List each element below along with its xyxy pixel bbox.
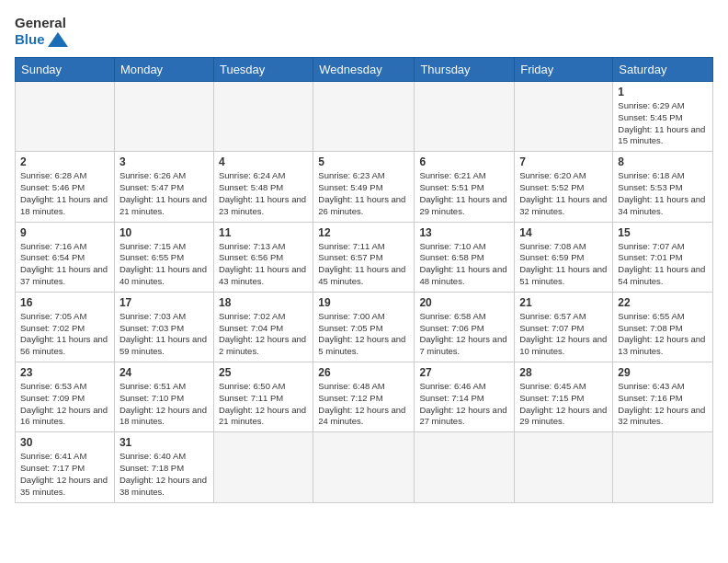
day-info: Sunrise: 6:57 AM Sunset: 7:07 PM Dayligh…: [519, 311, 608, 358]
day-info: Sunrise: 6:28 AM Sunset: 5:46 PM Dayligh…: [20, 170, 109, 217]
svg-marker-0: [48, 32, 68, 47]
calendar-day-cell: 16Sunrise: 7:05 AM Sunset: 7:02 PM Dayli…: [16, 292, 115, 362]
day-info: Sunrise: 6:45 AM Sunset: 7:15 PM Dayligh…: [519, 381, 608, 428]
day-number: 21: [519, 296, 608, 309]
day-number: 2: [20, 155, 109, 168]
day-number: 28: [519, 366, 608, 379]
day-number: 6: [419, 155, 509, 168]
weekday-header-tuesday: Tuesday: [213, 58, 313, 82]
day-info: Sunrise: 7:11 AM Sunset: 6:57 PM Dayligh…: [318, 241, 409, 288]
day-number: 5: [318, 155, 409, 168]
calendar-day-cell: 13Sunrise: 7:10 AM Sunset: 6:58 PM Dayli…: [415, 222, 515, 292]
calendar-day-cell: 29Sunrise: 6:43 AM Sunset: 7:16 PM Dayli…: [613, 362, 713, 432]
calendar-day-cell: 6Sunrise: 6:21 AM Sunset: 5:51 PM Daylig…: [415, 152, 515, 222]
day-info: Sunrise: 6:46 AM Sunset: 7:14 PM Dayligh…: [419, 381, 509, 428]
logo-blue: Blue: [15, 31, 45, 48]
day-number: 8: [618, 155, 708, 168]
weekday-header-monday: Monday: [114, 58, 213, 82]
calendar-week-row: 16Sunrise: 7:05 AM Sunset: 7:02 PM Dayli…: [16, 292, 713, 362]
day-info: Sunrise: 6:41 AM Sunset: 7:17 PM Dayligh…: [20, 451, 109, 498]
day-number: 19: [318, 296, 409, 309]
day-number: 14: [519, 226, 608, 239]
day-info: Sunrise: 6:48 AM Sunset: 7:12 PM Dayligh…: [318, 381, 409, 428]
calendar-week-row: 1Sunrise: 6:29 AM Sunset: 5:45 PM Daylig…: [16, 82, 713, 152]
calendar-day-cell: [114, 82, 213, 152]
calendar-day-cell: 10Sunrise: 7:15 AM Sunset: 6:55 PM Dayli…: [114, 222, 213, 292]
calendar-day-cell: [313, 82, 415, 152]
calendar-week-row: 23Sunrise: 6:53 AM Sunset: 7:09 PM Dayli…: [16, 362, 713, 432]
calendar-day-cell: 5Sunrise: 6:23 AM Sunset: 5:49 PM Daylig…: [313, 152, 415, 222]
day-info: Sunrise: 7:15 AM Sunset: 6:55 PM Dayligh…: [119, 241, 209, 288]
calendar-day-cell: 31Sunrise: 6:40 AM Sunset: 7:18 PM Dayli…: [114, 432, 213, 502]
day-info: Sunrise: 6:26 AM Sunset: 5:47 PM Dayligh…: [119, 170, 209, 217]
day-info: Sunrise: 6:18 AM Sunset: 5:53 PM Dayligh…: [618, 170, 708, 217]
day-number: 27: [419, 366, 509, 379]
day-number: 9: [20, 226, 109, 239]
calendar-day-cell: 11Sunrise: 7:13 AM Sunset: 6:56 PM Dayli…: [213, 222, 313, 292]
day-number: 11: [219, 226, 308, 239]
calendar-day-cell: 17Sunrise: 7:03 AM Sunset: 7:03 PM Dayli…: [114, 292, 213, 362]
calendar-day-cell: 28Sunrise: 6:45 AM Sunset: 7:15 PM Dayli…: [515, 362, 613, 432]
day-number: 1: [618, 86, 708, 98]
day-info: Sunrise: 6:43 AM Sunset: 7:16 PM Dayligh…: [618, 381, 708, 428]
calendar-day-cell: 7Sunrise: 6:20 AM Sunset: 5:52 PM Daylig…: [515, 152, 613, 222]
day-info: Sunrise: 6:55 AM Sunset: 7:08 PM Dayligh…: [618, 311, 708, 358]
day-info: Sunrise: 7:16 AM Sunset: 6:54 PM Dayligh…: [20, 241, 109, 288]
calendar-day-cell: [213, 432, 313, 502]
day-info: Sunrise: 7:13 AM Sunset: 6:56 PM Dayligh…: [219, 241, 308, 288]
day-number: 7: [519, 155, 608, 168]
calendar-day-cell: 22Sunrise: 6:55 AM Sunset: 7:08 PM Dayli…: [613, 292, 713, 362]
calendar-day-cell: [515, 432, 613, 502]
weekday-header-row: SundayMondayTuesdayWednesdayThursdayFrid…: [16, 58, 713, 82]
day-number: 18: [219, 296, 308, 309]
calendar-day-cell: 27Sunrise: 6:46 AM Sunset: 7:14 PM Dayli…: [415, 362, 515, 432]
calendar-day-cell: 25Sunrise: 6:50 AM Sunset: 7:11 PM Dayli…: [213, 362, 313, 432]
day-number: 10: [119, 226, 209, 239]
day-info: Sunrise: 7:00 AM Sunset: 7:05 PM Dayligh…: [318, 311, 409, 358]
calendar-table: SundayMondayTuesdayWednesdayThursdayFrid…: [15, 57, 713, 503]
calendar-day-cell: 8Sunrise: 6:18 AM Sunset: 5:53 PM Daylig…: [613, 152, 713, 222]
calendar-day-cell: 20Sunrise: 6:58 AM Sunset: 7:06 PM Dayli…: [415, 292, 515, 362]
weekday-header-saturday: Saturday: [613, 58, 713, 82]
day-info: Sunrise: 6:20 AM Sunset: 5:52 PM Dayligh…: [519, 170, 608, 217]
weekday-header-friday: Friday: [515, 58, 613, 82]
day-number: 23: [20, 366, 109, 379]
day-info: Sunrise: 6:50 AM Sunset: 7:11 PM Dayligh…: [219, 381, 308, 428]
calendar-day-cell: 4Sunrise: 6:24 AM Sunset: 5:48 PM Daylig…: [213, 152, 313, 222]
calendar-day-cell: 1Sunrise: 6:29 AM Sunset: 5:45 PM Daylig…: [613, 82, 713, 152]
day-info: Sunrise: 6:21 AM Sunset: 5:51 PM Dayligh…: [419, 170, 509, 217]
logo-triangle-icon: [48, 32, 68, 47]
calendar-day-cell: [213, 82, 313, 152]
calendar-day-cell: 30Sunrise: 6:41 AM Sunset: 7:17 PM Dayli…: [16, 432, 115, 502]
calendar-day-cell: 24Sunrise: 6:51 AM Sunset: 7:10 PM Dayli…: [114, 362, 213, 432]
day-info: Sunrise: 6:29 AM Sunset: 5:45 PM Dayligh…: [618, 100, 708, 147]
calendar-day-cell: 12Sunrise: 7:11 AM Sunset: 6:57 PM Dayli…: [313, 222, 415, 292]
day-info: Sunrise: 6:24 AM Sunset: 5:48 PM Dayligh…: [219, 170, 308, 217]
calendar-day-cell: 9Sunrise: 7:16 AM Sunset: 6:54 PM Daylig…: [16, 222, 115, 292]
day-number: 17: [119, 296, 209, 309]
day-number: 20: [419, 296, 509, 309]
calendar-day-cell: 19Sunrise: 7:00 AM Sunset: 7:05 PM Dayli…: [313, 292, 415, 362]
day-info: Sunrise: 6:23 AM Sunset: 5:49 PM Dayligh…: [318, 170, 409, 217]
day-info: Sunrise: 7:07 AM Sunset: 7:01 PM Dayligh…: [618, 241, 708, 288]
calendar-day-cell: 23Sunrise: 6:53 AM Sunset: 7:09 PM Dayli…: [16, 362, 115, 432]
calendar-day-cell: 14Sunrise: 7:08 AM Sunset: 6:59 PM Dayli…: [515, 222, 613, 292]
calendar-day-cell: [415, 82, 515, 152]
calendar-week-row: 30Sunrise: 6:41 AM Sunset: 7:17 PM Dayli…: [16, 432, 713, 502]
calendar-day-cell: 18Sunrise: 7:02 AM Sunset: 7:04 PM Dayli…: [213, 292, 313, 362]
calendar-day-cell: [415, 432, 515, 502]
calendar-week-row: 2Sunrise: 6:28 AM Sunset: 5:46 PM Daylig…: [16, 152, 713, 222]
calendar-day-cell: [613, 432, 713, 502]
day-info: Sunrise: 6:53 AM Sunset: 7:09 PM Dayligh…: [20, 381, 109, 428]
page-header: General Blue: [15, 15, 713, 48]
day-info: Sunrise: 7:08 AM Sunset: 6:59 PM Dayligh…: [519, 241, 608, 288]
day-number: 13: [419, 226, 509, 239]
calendar-day-cell: [515, 82, 613, 152]
calendar-day-cell: 21Sunrise: 6:57 AM Sunset: 7:07 PM Dayli…: [515, 292, 613, 362]
day-info: Sunrise: 6:51 AM Sunset: 7:10 PM Dayligh…: [119, 381, 209, 428]
day-number: 26: [318, 366, 409, 379]
day-number: 31: [119, 436, 209, 449]
day-number: 29: [618, 366, 708, 379]
day-info: Sunrise: 7:05 AM Sunset: 7:02 PM Dayligh…: [20, 311, 109, 358]
day-number: 12: [318, 226, 409, 239]
